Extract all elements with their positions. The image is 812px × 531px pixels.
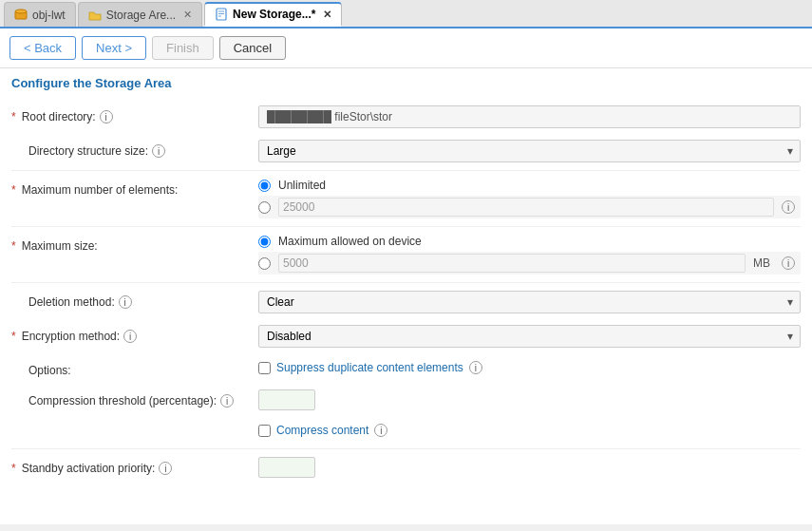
max-elements-label-text: Maximum number of elements: [22, 183, 179, 197]
max-size-device-radio[interactable] [258, 236, 271, 248]
max-size-custom-input[interactable] [278, 254, 746, 273]
compression-threshold-label-text: Compression threshold (percentage): [28, 394, 217, 408]
max-elements-unlimited-row: Unlimited [258, 179, 801, 192]
compression-threshold-input[interactable]: 80 [258, 389, 315, 410]
max-size-label-text: Maximum size: [22, 239, 98, 253]
suppress-duplicate-label: Suppress duplicate content elements [276, 361, 463, 374]
tab-obj-lwt[interactable]: obj-lwt [4, 2, 76, 27]
tab-storage-area-close[interactable]: ✕ [183, 9, 192, 21]
encryption-method-select-wrapper: Disabled AES-128 AES-256 [258, 325, 801, 348]
encryption-method-label: * Encryption method: i [11, 325, 258, 343]
max-elements-unlimited-radio[interactable] [258, 180, 271, 192]
tab-obj-lwt-label: obj-lwt [32, 9, 66, 22]
section-title: Configure the Storage Area [0, 68, 812, 94]
root-directory-info-icon[interactable]: i [100, 110, 113, 123]
tab-new-storage-label: New Storage...* [233, 8, 315, 21]
compress-content-control: Compress content i [258, 422, 801, 439]
compression-threshold-row: Compression threshold (percentage): i 80 [11, 384, 801, 416]
encryption-method-label-text: Encryption method: [22, 330, 120, 343]
suppress-duplicate-row: Suppress duplicate content elements i [258, 359, 801, 376]
compress-content-checkbox[interactable] [258, 425, 271, 437]
max-elements-custom-input[interactable] [278, 198, 774, 217]
max-size-custom-radio[interactable] [258, 257, 271, 270]
options-control: Suppress duplicate content elements i [258, 359, 801, 376]
directory-structure-info-icon[interactable]: i [152, 144, 165, 158]
root-directory-input[interactable] [258, 105, 801, 128]
deletion-method-info-icon[interactable]: i [119, 295, 132, 309]
deletion-method-label: Deletion method: i [11, 291, 258, 309]
max-size-radio-group: Maximum allowed on device MB i [258, 235, 801, 275]
directory-structure-control: Small Medium Large Extra Large [258, 140, 801, 162]
deletion-method-label-text: Deletion method: [28, 295, 115, 309]
suppress-duplicate-checkbox[interactable] [258, 362, 271, 374]
options-label-text: Options: [28, 364, 71, 377]
directory-structure-select-wrapper: Small Medium Large Extra Large [258, 140, 801, 162]
suppress-duplicate-info-icon[interactable]: i [469, 361, 482, 374]
compress-checkbox-row: Compress content i [258, 422, 801, 439]
max-size-custom-row: MB i [258, 252, 801, 275]
standby-priority-input[interactable]: 0 [258, 457, 315, 478]
svg-point-1 [15, 9, 27, 13]
directory-structure-label: Directory structure size: i [11, 140, 258, 158]
max-size-device-row: Maximum allowed on device [258, 235, 801, 248]
compression-threshold-info-icon[interactable]: i [220, 394, 234, 408]
deletion-method-select-wrapper: Clear Overwrite Secure Delete [258, 291, 801, 313]
folder-icon [88, 9, 102, 22]
tab-bar: obj-lwt Storage Are... ✕ New Storage...*… [0, 0, 812, 28]
root-directory-control [258, 105, 801, 128]
compression-threshold-label: Compression threshold (percentage): i [11, 389, 258, 408]
encryption-method-info-icon[interactable]: i [123, 330, 137, 343]
deletion-method-select[interactable]: Clear Overwrite Secure Delete [258, 291, 801, 313]
max-elements-unlimited-label: Unlimited [278, 179, 326, 192]
max-elements-custom-row: i [258, 196, 801, 218]
standby-priority-control: 0 [258, 457, 801, 478]
svg-rect-2 [217, 9, 226, 20]
root-directory-row: * Root directory: i [11, 100, 801, 134]
tab-storage-area-label: Storage Are... [106, 9, 176, 22]
max-size-required: * [11, 239, 16, 253]
max-size-info-icon[interactable]: i [782, 256, 795, 270]
root-directory-required: * [11, 110, 16, 123]
max-elements-row: * Maximum number of elements: Unlimited … [11, 173, 801, 224]
page-icon [215, 8, 228, 21]
max-elements-control: Unlimited i [258, 179, 801, 218]
max-elements-custom-radio[interactable] [258, 201, 271, 214]
encryption-required: * [11, 330, 16, 343]
max-size-unit: MB [753, 256, 770, 270]
compress-content-row: Compress content i [11, 416, 801, 446]
back-button[interactable]: < Back [9, 36, 76, 60]
max-elements-info-icon[interactable]: i [782, 200, 795, 214]
options-row: Options: Suppress duplicate content elem… [11, 353, 801, 384]
max-elements-required: * [11, 183, 16, 197]
finish-button[interactable]: Finish [152, 36, 214, 60]
standby-priority-label-text: Standby activation priority: [22, 462, 156, 475]
toolbar: < Back Next > Finish Cancel [0, 28, 812, 68]
encryption-method-row: * Encryption method: i Disabled AES-128 … [11, 319, 801, 353]
options-label: Options: [11, 359, 258, 377]
compress-content-info-icon[interactable]: i [374, 424, 387, 437]
max-size-device-label: Maximum allowed on device [278, 235, 422, 248]
tab-new-storage-close[interactable]: ✕ [323, 9, 331, 21]
directory-structure-select[interactable]: Small Medium Large Extra Large [258, 140, 801, 162]
encryption-method-select[interactable]: Disabled AES-128 AES-256 [258, 325, 801, 348]
standby-priority-label: * Standby activation priority: i [11, 457, 258, 475]
tab-storage-area[interactable]: Storage Are... ✕ [78, 2, 202, 27]
standby-priority-row: * Standby activation priority: i 0 [11, 451, 801, 484]
next-button[interactable]: Next > [82, 36, 146, 60]
directory-structure-label-text: Directory structure size: [28, 144, 148, 158]
directory-structure-row: Directory structure size: i Small Medium… [11, 134, 801, 168]
standby-priority-info-icon[interactable]: i [159, 462, 172, 475]
max-size-control: Maximum allowed on device MB i [258, 235, 801, 275]
cancel-button[interactable]: Cancel [219, 36, 286, 60]
max-size-row: * Maximum size: Maximum allowed on devic… [11, 229, 801, 280]
db-icon [14, 9, 28, 22]
standby-required: * [11, 462, 16, 475]
max-size-label: * Maximum size: [11, 235, 258, 253]
max-elements-radio-group: Unlimited i [258, 179, 801, 218]
tab-new-storage[interactable]: New Storage...* ✕ [204, 2, 342, 27]
compress-content-label-spacer [11, 422, 258, 427]
section-title-text: Configure the Storage Area [11, 76, 172, 90]
deletion-method-control: Clear Overwrite Secure Delete [258, 291, 801, 313]
root-directory-label: * Root directory: i [11, 105, 258, 123]
form-area: * Root directory: i Directory structure … [0, 94, 812, 524]
